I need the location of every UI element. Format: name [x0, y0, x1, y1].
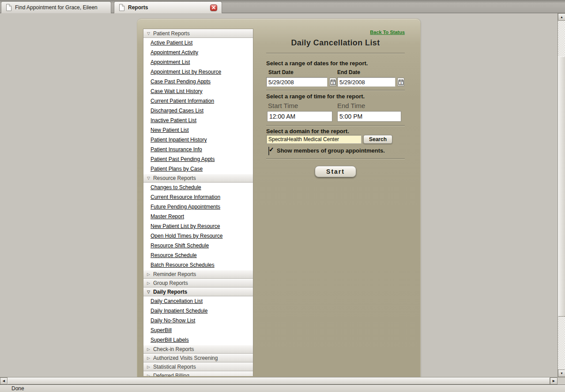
- chevron-collapsed-icon: ▷: [147, 374, 150, 377]
- report-link-open-hold-times-by-resource[interactable]: Open Hold Times by Resource: [151, 233, 222, 239]
- category-header-daily-reports[interactable]: ▽Daily Reports: [143, 287, 253, 296]
- end-time-input[interactable]: [337, 111, 401, 122]
- tab-label: Find Appointment for Grace, Eileen: [15, 4, 98, 11]
- start-button[interactable]: Start: [315, 166, 356, 177]
- start-date-input[interactable]: [266, 77, 328, 87]
- horizontal-scrollbar[interactable]: ◀ ▶: [0, 377, 565, 385]
- category-header-patient-reports[interactable]: ▽Patient Reports: [143, 29, 253, 38]
- report-link-appointment-activity[interactable]: Appointment Activity: [151, 49, 198, 56]
- report-link-discharged-cases-list[interactable]: Discharged Cases List: [151, 108, 203, 114]
- time-section-heading: Select a range of time for the report.: [266, 93, 365, 100]
- report-link-new-patient-list-by-resource[interactable]: New Patient List by Resource: [151, 223, 220, 229]
- category-label: Check-in Reports: [153, 346, 194, 352]
- status-bar: Done: [0, 385, 565, 392]
- chevron-expanded-icon: ▽: [147, 176, 150, 180]
- page-icon: [6, 4, 11, 11]
- category-label: Daily Reports: [153, 289, 187, 295]
- report-category-sidebar: ▽Patient ReportsActive Patient ListAppoi…: [143, 29, 253, 376]
- close-tab-icon[interactable]: [210, 4, 217, 11]
- report-link-inactive-patient-list[interactable]: Inactive Patient List: [151, 117, 196, 123]
- report-link-resource-shift-schedule[interactable]: Resource Shift Schedule: [151, 243, 209, 249]
- report-row: Changes to Schedule: [143, 183, 253, 192]
- scroll-down-icon[interactable]: ▼: [558, 370, 565, 377]
- report-row: Daily No-Show List: [143, 316, 253, 325]
- divider: [266, 90, 405, 91]
- report-row: Appointment List by Resource: [143, 67, 253, 77]
- report-link-current-resource-information[interactable]: Current Resource Information: [151, 194, 220, 200]
- report-row: Patient Past Pending Appts: [143, 154, 253, 164]
- report-row: Inactive Patient List: [143, 116, 253, 125]
- report-row: Appointment List: [143, 57, 253, 67]
- category-header-authorized-visits-screening[interactable]: ▷Authorized Visits Screening: [143, 354, 253, 362]
- chevron-collapsed-icon: ▷: [147, 356, 150, 360]
- end-date-input[interactable]: [337, 77, 396, 87]
- report-row: SuperBill Labels: [143, 335, 253, 345]
- svg-text:8: 8: [400, 81, 402, 84]
- show-group-members-checkbox[interactable]: [268, 147, 269, 155]
- scroll-up-icon[interactable]: ▲: [558, 13, 565, 21]
- report-link-superbill-labels[interactable]: SuperBill Labels: [151, 337, 189, 343]
- scroll-right-icon[interactable]: ▶: [550, 377, 557, 385]
- report-link-changes-to-schedule[interactable]: Changes to Schedule: [151, 184, 201, 190]
- start-date-label: Start Date: [268, 69, 294, 75]
- report-link-patient-inpatient-history[interactable]: Patient Inpatient History: [151, 137, 207, 143]
- report-row: Appointment Activity: [143, 48, 253, 57]
- svg-text:8: 8: [332, 81, 334, 84]
- category-header-resource-reports[interactable]: ▽Resource Reports: [143, 174, 253, 183]
- end-date-calendar-icon[interactable]: 8: [397, 78, 404, 86]
- report-link-resource-schedule[interactable]: Resource Schedule: [151, 252, 197, 258]
- chevron-collapsed-icon: ▷: [147, 273, 150, 276]
- chevron-expanded-icon: ▽: [147, 32, 150, 36]
- report-link-patient-plans-by-case[interactable]: Patient Plans by Case: [151, 166, 203, 172]
- report-row: New Patient List by Resource: [143, 221, 253, 231]
- report-link-case-past-pending-appts[interactable]: Case Past Pending Appts: [151, 78, 211, 85]
- back-to-status-link[interactable]: Back To Status: [370, 30, 405, 35]
- divider: [266, 125, 405, 126]
- report-row: Current Patient Information: [143, 96, 253, 106]
- category-header-statistical-reports[interactable]: ▷Statistical Reports: [143, 362, 253, 371]
- vertical-scrollbar[interactable]: ▲ ▼: [557, 13, 565, 377]
- search-button[interactable]: Search: [363, 135, 392, 144]
- horizontal-scrollbar-thumb[interactable]: [8, 377, 550, 385]
- start-date-calendar-icon[interactable]: 8: [329, 78, 336, 86]
- report-row: Batch Resource Schedules: [143, 260, 253, 270]
- report-link-appointment-list[interactable]: Appointment List: [151, 59, 190, 65]
- report-link-daily-cancellation-list[interactable]: Daily Cancellation List: [151, 298, 203, 304]
- category-header-check-in-reports[interactable]: ▷Check-in Reports: [143, 345, 253, 354]
- tab-find-appointment[interactable]: Find Appointment for Grace, Eileen: [1, 1, 111, 13]
- vertical-scrollbar-thumb[interactable]: [558, 56, 565, 317]
- scroll-left-icon[interactable]: ◀: [0, 377, 8, 385]
- report-link-master-report[interactable]: Master Report: [151, 213, 184, 220]
- chevron-expanded-icon: ▽: [147, 290, 150, 294]
- report-row: SuperBill: [143, 325, 253, 335]
- report-row: Case Wait List History: [143, 86, 253, 96]
- tab-reports[interactable]: Reports: [114, 1, 222, 13]
- report-link-new-patient-list[interactable]: New Patient List: [151, 127, 189, 133]
- category-header-reminder-reports[interactable]: ▷Reminder Reports: [143, 270, 253, 279]
- report-link-case-wait-list-history[interactable]: Case Wait List History: [151, 88, 203, 94]
- report-link-daily-inpatient-schedule[interactable]: Daily Inpatient Schedule: [151, 308, 207, 314]
- category-label: Patient Reports: [153, 30, 190, 37]
- report-link-superbill[interactable]: SuperBill: [151, 327, 172, 333]
- report-link-batch-resource-schedules[interactable]: Batch Resource Schedules: [151, 262, 215, 268]
- report-link-patient-past-pending-appts[interactable]: Patient Past Pending Appts: [151, 156, 215, 162]
- report-link-patient-insurance-info[interactable]: Patient Insurance Info: [151, 146, 202, 153]
- category-label: Reminder Reports: [153, 271, 196, 277]
- report-link-future-pending-appointments[interactable]: Future Pending Appointments: [151, 204, 220, 210]
- report-link-daily-no-show-list[interactable]: Daily No-Show List: [151, 317, 195, 324]
- report-link-active-patient-list[interactable]: Active Patient List: [151, 40, 192, 46]
- tab-bar: Find Appointment for Grace, Eileen Repor…: [0, 0, 565, 13]
- start-time-input[interactable]: [267, 111, 332, 122]
- divider: [266, 158, 405, 159]
- category-label: Group Reports: [153, 280, 188, 286]
- domain-input[interactable]: [266, 135, 362, 144]
- report-row: Future Pending Appointments: [143, 202, 253, 212]
- report-link-appointment-list-by-resource[interactable]: Appointment List by Resource: [151, 69, 221, 75]
- report-link-current-patient-information[interactable]: Current Patient Information: [151, 98, 214, 104]
- report-row: Open Hold Times by Resource: [143, 231, 253, 241]
- chevron-collapsed-icon: ▷: [147, 365, 150, 369]
- report-row: Active Patient List: [143, 38, 253, 48]
- category-header-deferred-billing[interactable]: ▷Deferred Billing: [143, 371, 253, 376]
- category-header-group-reports[interactable]: ▷Group Reports: [143, 279, 253, 287]
- chevron-collapsed-icon: ▷: [147, 347, 150, 351]
